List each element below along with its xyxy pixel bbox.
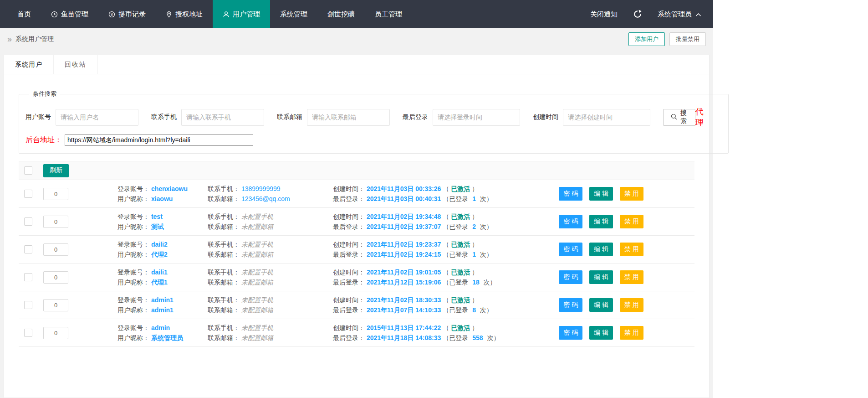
row-actions: 密 码 编 辑 禁 用 bbox=[559, 326, 643, 340]
row-login-count: 1 bbox=[472, 195, 476, 202]
last-login-input[interactable] bbox=[433, 109, 520, 126]
refresh-icon[interactable] bbox=[633, 10, 642, 19]
table-row: 登录账号： chenxiaowu 用户昵称： xiaowu 联系手机： 1389… bbox=[19, 180, 694, 208]
password-button[interactable]: 密 码 bbox=[559, 243, 582, 256]
row-sort-input[interactable] bbox=[43, 271, 68, 284]
disable-button[interactable]: 禁 用 bbox=[620, 270, 643, 284]
account-cell: 登录账号： chenxiaowu 用户昵称： xiaowu bbox=[117, 184, 208, 204]
row-checkbox[interactable] bbox=[24, 217, 32, 226]
backend-url-input[interactable] bbox=[65, 134, 253, 146]
disable-button[interactable]: 禁 用 bbox=[620, 326, 643, 340]
email-cell-label: 联系邮箱： bbox=[208, 251, 240, 258]
password-button[interactable]: 密 码 bbox=[559, 270, 582, 284]
row-checkbox[interactable] bbox=[24, 245, 32, 253]
add-user-button[interactable]: 添加用户 bbox=[628, 32, 665, 46]
created-cell-label: 创建时间： bbox=[333, 213, 365, 220]
phone-input[interactable] bbox=[181, 109, 264, 126]
close-notice-link[interactable]: 关闭通知 bbox=[590, 10, 618, 19]
disable-button[interactable]: 禁 用 bbox=[620, 243, 643, 256]
edit-button[interactable]: 编 辑 bbox=[589, 243, 613, 256]
last-login-label: 最后登录 bbox=[403, 113, 428, 121]
disable-button[interactable]: 禁 用 bbox=[620, 298, 643, 312]
login-count-suffix: 次） bbox=[484, 279, 496, 286]
last-login-cell-label: 最后登录： bbox=[333, 306, 365, 314]
last-login-cell-label: 最后登录： bbox=[333, 223, 365, 230]
nav-item-home[interactable]: 首页 bbox=[7, 0, 41, 28]
row-email-value: 未配置邮箱 bbox=[241, 223, 273, 230]
row-nickname-value: 系统管理员 bbox=[151, 334, 183, 341]
row-lastlogin-value: 2021年11月12日 15:19:06 bbox=[367, 279, 441, 286]
paren-open: （ bbox=[443, 185, 449, 192]
row-sort-input[interactable] bbox=[43, 243, 68, 256]
activated-badge: 已激活 bbox=[451, 241, 470, 248]
edit-button[interactable]: 编 辑 bbox=[589, 187, 613, 201]
row-checkbox[interactable] bbox=[24, 329, 32, 337]
field-created-time: 创建时间 bbox=[533, 109, 650, 126]
tab-system-users[interactable]: 系统用户 bbox=[4, 55, 54, 74]
row-lastlogin-value: 2021年11月18日 14:08:33 bbox=[367, 334, 441, 341]
search-button[interactable]: 搜 索 bbox=[663, 109, 695, 126]
row-created-value: 2021年11月02日 19:23:37 bbox=[367, 241, 441, 248]
password-button[interactable]: 密 码 bbox=[559, 298, 582, 312]
nav-item-label: 员工管理 bbox=[375, 10, 402, 19]
admin-menu[interactable]: 系统管理员 bbox=[658, 10, 701, 19]
nav-item-system-management[interactable]: 系统管理 bbox=[270, 0, 317, 28]
phone-cell-label: 联系手机： bbox=[208, 213, 240, 220]
search-panel: 条件搜索 用户账号 联系手机 联系邮箱 最后登录 bbox=[19, 90, 729, 154]
time-cell: 创建时间： 2021年11月02日 18:30:33 （ 已激活 ） 最后登录：… bbox=[333, 295, 547, 315]
row-checkbox[interactable] bbox=[24, 190, 32, 198]
edit-button[interactable]: 编 辑 bbox=[589, 298, 613, 312]
nav-item-genesis-mining[interactable]: 創世挖礦 bbox=[317, 0, 365, 28]
nickname-cell-label: 用户昵称： bbox=[117, 251, 149, 258]
paren-open: （ bbox=[443, 213, 449, 220]
password-button[interactable]: 密 码 bbox=[559, 215, 582, 228]
nav-item-withdraw-records[interactable]: ¥ 提币记录 bbox=[98, 0, 156, 28]
disable-button[interactable]: 禁 用 bbox=[620, 215, 643, 228]
location-pin-icon bbox=[166, 11, 172, 18]
disable-button[interactable]: 禁 用 bbox=[620, 187, 643, 201]
edit-button[interactable]: 编 辑 bbox=[589, 215, 613, 228]
row-sort-input[interactable] bbox=[43, 299, 68, 311]
row-actions: 密 码 编 辑 禁 用 bbox=[559, 243, 643, 256]
row-checkbox[interactable] bbox=[24, 273, 32, 281]
tab-recycle-bin[interactable]: 回收站 bbox=[54, 55, 98, 74]
email-cell-label: 联系邮箱： bbox=[208, 195, 240, 202]
select-all-checkbox[interactable] bbox=[24, 166, 32, 175]
login-count-suffix: 次） bbox=[480, 195, 493, 202]
nav-item-label: 授权地址 bbox=[175, 10, 203, 19]
nav-item-label: 系统管理 bbox=[280, 10, 307, 19]
created-time-input[interactable] bbox=[563, 109, 650, 126]
batch-disable-button[interactable]: 批量禁用 bbox=[669, 32, 706, 46]
row-sort-input[interactable] bbox=[43, 327, 68, 339]
row-sort-input[interactable] bbox=[43, 216, 68, 228]
edit-button[interactable]: 编 辑 bbox=[589, 326, 613, 340]
account-cell-label: 登录账号： bbox=[117, 296, 149, 304]
nav-item-user-management[interactable]: 用户管理 bbox=[213, 0, 270, 28]
field-email: 联系邮箱 bbox=[277, 109, 390, 126]
row-lastlogin-value: 2021年11月03日 00:40:31 bbox=[367, 195, 441, 202]
nickname-cell-label: 用户昵称： bbox=[117, 223, 149, 230]
refresh-button[interactable]: 刷新 bbox=[43, 164, 69, 177]
row-nickname-value: 代理2 bbox=[151, 251, 168, 258]
row-checkbox[interactable] bbox=[24, 301, 32, 309]
table-row: 登录账号： admin 用户昵称： 系统管理员 联系手机： 未配置手机 联系邮箱… bbox=[19, 319, 694, 347]
account-cell: 登录账号： daili1 用户昵称： 代理1 bbox=[117, 268, 208, 287]
nav-item-fry-management[interactable]: 鱼苗管理 bbox=[41, 0, 98, 28]
search-icon bbox=[671, 114, 677, 121]
row-sort-input[interactable] bbox=[43, 188, 68, 200]
password-button[interactable]: 密 码 bbox=[559, 326, 582, 340]
account-input[interactable] bbox=[56, 109, 138, 126]
row-nickname-value: admin1 bbox=[151, 306, 174, 314]
row-created-value: 2021年11月02日 18:30:33 bbox=[367, 296, 441, 304]
edit-button[interactable]: 编 辑 bbox=[589, 270, 613, 284]
nav-item-authorized-address[interactable]: 授权地址 bbox=[156, 0, 213, 28]
row-email-value: 未配置邮箱 bbox=[241, 334, 273, 341]
activated-badge: 已激活 bbox=[451, 269, 470, 276]
email-input[interactable] bbox=[307, 109, 390, 126]
password-button[interactable]: 密 码 bbox=[559, 187, 582, 201]
activated-badge: 已激活 bbox=[451, 185, 470, 192]
row-phone-value: 未配置手机 bbox=[241, 269, 273, 276]
account-cell-label: 登录账号： bbox=[117, 241, 149, 248]
page-actions: 添加用户 批量禁用 bbox=[628, 32, 706, 46]
nav-item-staff-management[interactable]: 员工管理 bbox=[365, 0, 412, 28]
